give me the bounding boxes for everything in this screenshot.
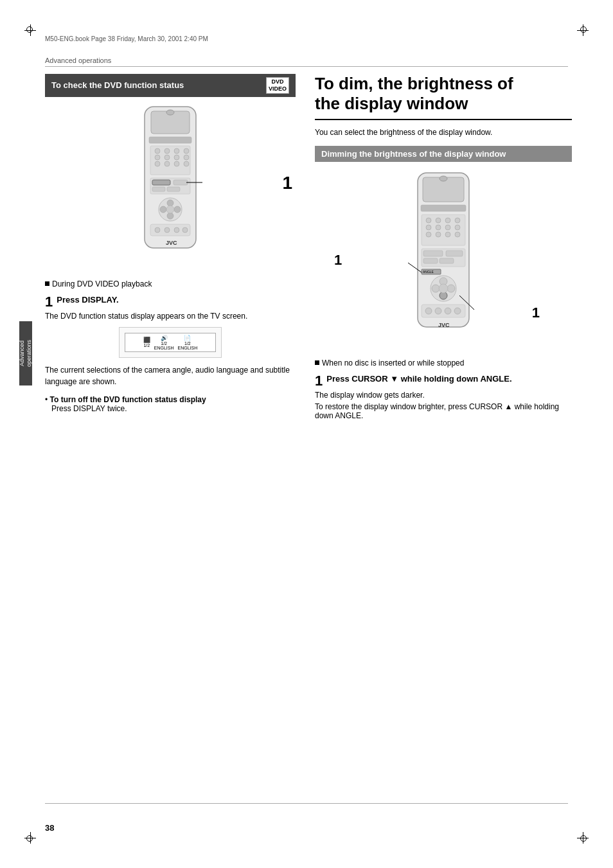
svg-point-46 [436, 225, 441, 230]
svg-point-67 [425, 308, 432, 314]
svg-point-62 [447, 285, 455, 292]
right-remote-svg: ANGLE JVC [405, 170, 482, 337]
left-step1-number: 1 [45, 295, 53, 309]
svg-point-44 [455, 218, 460, 223]
svg-point-25 [160, 206, 166, 213]
svg-point-51 [445, 232, 450, 237]
status-item-audio: 🔊 1/2 ENGLISH [154, 335, 174, 350]
svg-point-30 [164, 227, 170, 233]
svg-rect-55 [446, 251, 463, 256]
svg-point-23 [167, 200, 173, 206]
turn-off-bullet: • To turn off the DVD function status di… [45, 395, 296, 413]
svg-point-31 [174, 227, 179, 233]
right-main-title: To dim, the brightness of the display wi… [315, 74, 572, 120]
right-bullet-square [315, 360, 319, 365]
svg-point-48 [455, 225, 460, 230]
corner-circle-bl [26, 835, 33, 842]
right-step1-number: 1 [315, 374, 323, 388]
right-callout-1a: 1 [334, 252, 342, 269]
right-remote-container: ANGLE JVC 1 1 [315, 170, 572, 350]
svg-point-2 [166, 110, 174, 115]
svg-point-7 [174, 148, 179, 154]
svg-point-69 [445, 308, 451, 314]
side-tab: Advanced operations [19, 321, 32, 385]
svg-rect-56 [423, 258, 438, 263]
svg-point-42 [436, 218, 441, 223]
left-step1-desc: The DVD function status display appears … [45, 312, 296, 321]
svg-point-41 [426, 218, 431, 223]
svg-point-43 [445, 218, 450, 223]
svg-point-38 [440, 176, 447, 181]
svg-point-45 [426, 225, 431, 230]
status-display-inner: ⬛ 1/2 🔊 1/2 ENGLISH 📄 1/2 ENGLISH [125, 333, 216, 352]
svg-point-27 [166, 206, 174, 213]
left-column: To check the DVD function status DVD VID… [45, 74, 296, 413]
svg-text:JVC: JVC [166, 240, 177, 246]
svg-text:JVC: JVC [438, 322, 450, 328]
page-number: 38 [45, 823, 54, 833]
svg-rect-20 [152, 187, 165, 191]
left-caption: The current selections of the camera ang… [45, 364, 296, 387]
svg-point-61 [432, 285, 440, 292]
right-step1: 1 Press CURSOR ▼ while holding down ANGL… [315, 374, 572, 420]
left-step1-text: Press DISPLAY. [57, 295, 296, 305]
svg-point-6 [164, 148, 170, 154]
breadcrumb: Advanced operations [45, 57, 111, 64]
right-step1-desc2: To restore the display window brighter, … [315, 402, 572, 420]
left-remote-svg: JVC [135, 103, 206, 258]
svg-point-10 [164, 155, 170, 160]
left-callout-1: 1 [282, 173, 292, 193]
svg-point-11 [174, 155, 179, 160]
svg-rect-54 [423, 251, 443, 256]
svg-point-13 [155, 161, 160, 166]
left-section-title: To check the DVD function status [51, 80, 184, 90]
left-step1: 1 Press DISPLAY. The DVD function status… [45, 295, 296, 321]
right-intro-text: You can select the brightness of the dis… [315, 128, 572, 137]
svg-rect-3 [149, 137, 191, 143]
top-divider [45, 66, 568, 67]
svg-point-68 [435, 308, 441, 314]
status-item-angle: ⬛ 1/2 [143, 337, 150, 348]
svg-rect-57 [440, 258, 454, 263]
svg-rect-39 [421, 205, 466, 211]
right-column: To dim, the brightness of the display wi… [315, 74, 572, 420]
right-sub-header: Dimming the brightness of the display wi… [315, 146, 572, 162]
right-step1-desc1: The display window gets darker. [315, 391, 572, 400]
svg-point-24 [167, 213, 173, 219]
svg-point-49 [426, 232, 431, 237]
left-bullet-during: During DVD VIDEO playback [45, 279, 296, 288]
right-bullet-when: When no disc is inserted or while stoppe… [315, 359, 572, 368]
left-section-header: To check the DVD function status DVD VID… [45, 74, 296, 97]
svg-point-32 [182, 227, 188, 233]
svg-rect-19 [173, 180, 188, 185]
file-info: M50-ENG.book Page 38 Friday, March 30, 2… [45, 35, 208, 42]
status-display-container: ⬛ 1/2 🔊 1/2 ENGLISH 📄 1/2 ENGLISH [119, 327, 222, 358]
bottom-divider [45, 803, 568, 804]
corner-circle-br [580, 835, 587, 842]
right-callout-1b: 1 [532, 305, 540, 321]
right-step1-text: Press CURSOR ▼ while holding down ANGLE. [326, 374, 572, 384]
svg-rect-21 [167, 187, 180, 191]
dvd-badge: DVD VIDEO [266, 77, 289, 94]
svg-point-8 [184, 148, 189, 154]
svg-point-52 [455, 232, 460, 237]
corner-circle-tr [580, 26, 587, 33]
svg-point-70 [454, 308, 461, 314]
svg-text:ANGLE: ANGLE [423, 270, 434, 274]
svg-point-63 [439, 284, 448, 293]
svg-point-16 [184, 161, 189, 166]
svg-point-15 [174, 161, 179, 166]
svg-point-26 [174, 206, 181, 213]
svg-point-14 [164, 161, 170, 166]
svg-point-9 [155, 155, 160, 160]
svg-point-5 [155, 148, 160, 154]
svg-point-47 [445, 225, 450, 230]
status-item-subtitle: 📄 1/2 ENGLISH [178, 335, 198, 350]
corner-circle-tl [26, 26, 33, 33]
svg-rect-34 [152, 180, 170, 185]
svg-point-12 [184, 155, 189, 160]
side-tab-text: Advanced operations [19, 340, 33, 367]
left-remote-container: JVC 1 [45, 103, 296, 270]
svg-point-50 [436, 232, 441, 237]
bullet-square [45, 281, 49, 286]
